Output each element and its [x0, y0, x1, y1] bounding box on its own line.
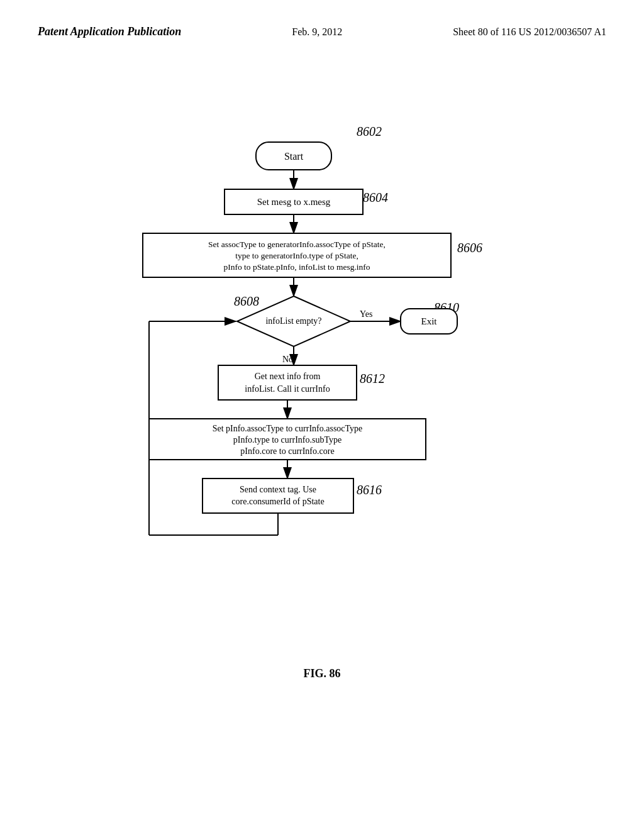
- node-8612-text-2: infoList. Call it currInfo: [245, 384, 330, 394]
- node-8606-text-2: type to generatorInfo.type of pState,: [235, 251, 358, 260]
- node-8614-text-2: pInfo.type to currInfo.subType: [233, 435, 341, 445]
- page: Patent Application Publication Feb. 9, 2…: [0, 0, 644, 830]
- header: Patent Application Publication Feb. 9, 2…: [0, 0, 644, 51]
- diagram-container: 8602 Start 8604 Set mesg to x.mesg 8606: [0, 51, 644, 680]
- yes-label: Yes: [360, 309, 372, 319]
- label-8616: 8616: [357, 483, 382, 497]
- node-8616-text-1: Send context tag. Use: [240, 485, 316, 494]
- node-8614-text-1: Set pInfo.assocType to currInfo.assocTyp…: [213, 424, 363, 433]
- label-8606: 8606: [457, 241, 482, 255]
- label-8608: 8608: [234, 294, 259, 308]
- node-8604-text: Set mesg to x.mesg: [257, 197, 331, 207]
- label-8602: 8602: [357, 124, 382, 138]
- node-8606-text-1: Set assocType to generatorInfo.assocType…: [208, 240, 386, 249]
- node-8608-text: infoList empty?: [265, 316, 321, 326]
- publication-date: Feb. 9, 2012: [292, 26, 342, 38]
- node-8606-text-3: pInfo to pState.pInfo, infoList to mesg.…: [223, 262, 370, 272]
- node-8612-text-1: Get next info from: [255, 372, 321, 381]
- node-8616-text-2: core.consumerId of pState: [231, 497, 324, 506]
- publication-title: Patent Application Publication: [38, 25, 181, 38]
- label-8612: 8612: [360, 372, 385, 385]
- sheet-info: Sheet 80 of 116 US 2012/0036507 A1: [453, 26, 606, 38]
- no-label: No: [282, 355, 293, 364]
- node-8612-shape: [218, 365, 357, 400]
- node-8602-text: Start: [284, 151, 304, 162]
- node-8616-shape: [203, 479, 353, 513]
- node-8610-text: Exit: [421, 316, 438, 326]
- flowchart-svg: 8602 Start 8604 Set mesg to x.mesg 8606: [86, 89, 558, 655]
- figure-caption: FIG. 86: [303, 667, 340, 680]
- label-8604: 8604: [363, 191, 388, 204]
- node-8614-text-3: pInfo.core to currInfo.core: [240, 446, 334, 456]
